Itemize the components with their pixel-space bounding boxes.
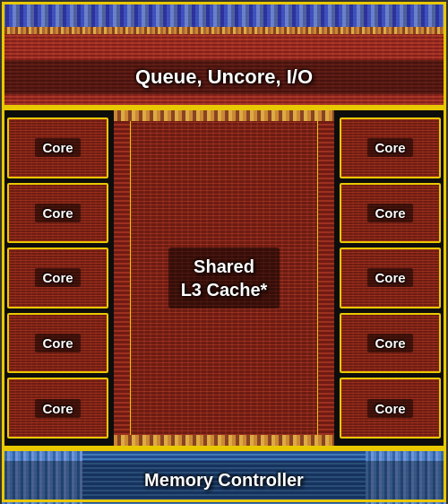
- memory-controller-section: Memory Controller: [2, 451, 446, 504]
- core-right-3: Core: [340, 248, 441, 308]
- core-right-1: Core: [340, 117, 441, 178]
- l3-cache: SharedL3 Cache*: [130, 121, 318, 435]
- center-right-strip: [318, 121, 334, 435]
- core-right-5: Core: [340, 378, 441, 439]
- center-left-strip: [114, 121, 130, 435]
- core-left-3: Core: [7, 248, 108, 308]
- center-main: SharedL3 Cache*: [114, 121, 334, 435]
- core-left-5: Core: [7, 378, 108, 439]
- l3-cache-label: SharedL3 Cache*: [168, 248, 280, 308]
- cores-section: Core Core Core Core Core SharedL3 Cache*: [2, 108, 446, 448]
- queue-uncore-label: Queue, Uncore, I/O: [2, 60, 446, 94]
- core-left-2: Core: [7, 183, 108, 244]
- core-right-2: Core: [340, 183, 441, 244]
- right-cores-column: Core Core Core Core Core: [334, 110, 446, 446]
- chip-diagram: Queue, Uncore, I/O Core Core Core Core C…: [0, 0, 448, 504]
- center-top-strip: [114, 110, 334, 121]
- core-left-4: Core: [7, 313, 108, 374]
- queue-uncore-section: Queue, Uncore, I/O: [2, 2, 446, 105]
- core-right-4: Core: [340, 313, 441, 374]
- center-cache-section: SharedL3 Cache*: [114, 110, 334, 446]
- left-cores-column: Core Core Core Core Core: [2, 110, 114, 446]
- core-left-1: Core: [7, 117, 108, 178]
- center-bottom-strip: [114, 435, 334, 446]
- memory-controller-label: Memory Controller: [2, 461, 446, 500]
